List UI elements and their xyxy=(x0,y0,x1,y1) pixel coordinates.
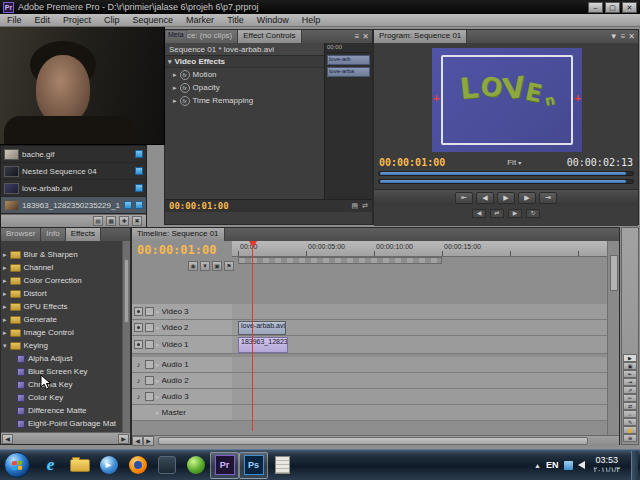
mini-clip[interactable]: love-arba xyxy=(327,67,370,77)
menu-project[interactable]: Project xyxy=(63,15,91,25)
effect-controls-mini-timeline[interactable]: 00:00 love-arb love-arba xyxy=(325,43,372,199)
tab-browser[interactable]: Browser xyxy=(1,228,41,241)
hand-tool[interactable]: ✌ xyxy=(623,426,637,434)
viewer-scroll-bar[interactable] xyxy=(378,179,634,184)
scroll-left-icon[interactable]: ◀ xyxy=(2,434,13,444)
effect-item[interactable]: Chroma Key xyxy=(1,378,122,391)
chevron-right-icon[interactable]: ▸ xyxy=(3,251,7,259)
taskbar-document-app[interactable] xyxy=(268,452,297,479)
effect-row-time-remapping[interactable]: ▸ fx Time Remapping xyxy=(165,94,324,107)
playhead-line[interactable] xyxy=(252,241,253,431)
panel-close-icon[interactable]: ✕ xyxy=(628,32,635,41)
effects-folder[interactable]: ▸Blur & Sharpen xyxy=(1,248,122,261)
track-lock-toggle[interactable] xyxy=(145,323,154,332)
marker-icon[interactable]: ▼ xyxy=(200,261,210,271)
viewer-zoom-bar[interactable] xyxy=(378,171,634,176)
slide-tool[interactable]: ⇔ xyxy=(623,410,637,418)
go-to-in-button[interactable]: ⇤ xyxy=(455,192,473,204)
language-indicator[interactable]: EN xyxy=(546,460,559,470)
track-output-toggle[interactable] xyxy=(134,323,143,332)
playhead-marker[interactable] xyxy=(249,241,257,248)
track-expand-icon[interactable]: ▸ xyxy=(156,324,160,332)
track-lane-video1[interactable] xyxy=(232,336,607,354)
track-lane-master[interactable] xyxy=(232,405,607,421)
slip-tool[interactable]: ⇄ xyxy=(623,402,637,410)
maximize-button[interactable]: ▢ xyxy=(605,2,620,13)
project-item-selected[interactable]: 183963_1282350235229_1 xyxy=(1,197,146,214)
dropdown-icon[interactable]: ▼ xyxy=(610,32,618,41)
taskbar-explorer[interactable] xyxy=(65,452,94,479)
video-effects-section[interactable]: ▾ Video Effects xyxy=(165,56,324,68)
track-output-toggle[interactable] xyxy=(134,307,143,316)
track-lane-video2[interactable] xyxy=(232,320,607,336)
fit-dropdown[interactable]: Fit ▾ xyxy=(507,158,521,167)
track-output-toggle[interactable] xyxy=(134,340,143,349)
footer-icon[interactable]: ▤ xyxy=(93,216,103,226)
tab-effects[interactable]: Effects xyxy=(66,228,101,241)
flag-icon[interactable]: ⚑ xyxy=(224,261,234,271)
taskbar-firefox[interactable] xyxy=(123,452,152,479)
project-item[interactable]: love-arbab.avi xyxy=(1,180,146,197)
play-button[interactable]: ▶ xyxy=(497,192,515,204)
effects-folder[interactable]: ▸Generate xyxy=(1,313,122,326)
track-expand-icon[interactable]: ▸ xyxy=(156,409,160,417)
tab-timeline[interactable]: Timeline: Sequence 01 xyxy=(132,228,225,241)
track-lock-toggle[interactable] xyxy=(145,340,154,349)
track-expand-icon[interactable]: ▸ xyxy=(156,377,160,385)
timeline-clip-183963[interactable]: 183963_12823 xyxy=(238,337,288,353)
minimize-button[interactable]: – xyxy=(588,2,603,13)
effect-item[interactable]: Difference Matte xyxy=(1,404,122,417)
menu-window[interactable]: Window xyxy=(257,15,289,25)
effect-row-motion[interactable]: ▸ fx Motion xyxy=(165,68,324,81)
step-forward-button[interactable]: ▶ xyxy=(518,192,536,204)
timeline-clip-love-arbab[interactable]: love-arbab.avi xyxy=(238,321,286,335)
track-select-tool[interactable]: ▣ xyxy=(623,362,637,370)
menu-marker[interactable]: Marker xyxy=(186,15,214,25)
effect-item[interactable]: Alpha Adjust xyxy=(1,352,122,365)
panel-close-icon[interactable]: ✕ xyxy=(362,32,369,41)
scroll-right-icon[interactable]: ▶ xyxy=(118,434,129,444)
track-lane-audio1[interactable] xyxy=(232,357,607,373)
effect-item[interactable]: Color Key xyxy=(1,391,122,404)
menu-title[interactable]: Title xyxy=(227,15,244,25)
effects-folder[interactable]: ▸GPU Effects xyxy=(1,300,122,313)
effects-folder[interactable]: ▸Channel xyxy=(1,261,122,274)
menu-file[interactable]: File xyxy=(7,15,22,25)
jog-right-button[interactable]: ▶ xyxy=(508,209,522,218)
selection-tool[interactable]: ▶ xyxy=(623,354,637,362)
effects-folder[interactable]: ▸Image Control xyxy=(1,326,122,339)
close-button[interactable]: ✕ xyxy=(622,2,637,13)
razor-tool[interactable]: ✂ xyxy=(623,394,637,402)
effect-item[interactable]: Eight-Point Garbage Mat xyxy=(1,417,122,430)
footer-icon[interactable]: ▦ xyxy=(106,216,116,226)
scroll-thumb[interactable] xyxy=(158,437,588,445)
new-bin-icon[interactable]: ✚ xyxy=(119,216,129,226)
rate-stretch-tool[interactable]: ⇗ xyxy=(623,386,637,394)
track-lane-audio2[interactable] xyxy=(232,373,607,389)
chevron-right-icon[interactable]: ▸ xyxy=(3,290,7,298)
taskbar-media-player[interactable]: ▶ xyxy=(94,452,123,479)
panel-menu-icon[interactable]: ≡ xyxy=(621,32,626,41)
volume-icon[interactable] xyxy=(578,461,585,469)
taskbar-app[interactable] xyxy=(152,452,181,479)
chevron-right-icon[interactable]: ▸ xyxy=(3,329,7,337)
chevron-right-icon[interactable]: ▸ xyxy=(173,97,177,105)
delete-icon[interactable]: ✖ xyxy=(132,216,142,226)
speaker-icon[interactable]: ♪ xyxy=(134,361,143,368)
track-lock-toggle[interactable] xyxy=(145,307,154,316)
chevron-down-icon[interactable]: ▾ xyxy=(3,342,7,350)
chevron-right-icon[interactable]: ▸ xyxy=(173,71,177,79)
step-back-button[interactable]: ◀ xyxy=(476,192,494,204)
footer-icon[interactable]: ▤ xyxy=(352,202,359,210)
tray-expand-icon[interactable]: ▲ xyxy=(534,462,541,469)
jog-left-button[interactable]: ◀ xyxy=(472,209,486,218)
ripple-edit-tool[interactable]: ⇤ xyxy=(623,370,637,378)
tab-program[interactable]: Program: Sequence 01 xyxy=(374,30,467,43)
menu-clip[interactable]: Clip xyxy=(104,15,120,25)
transform-handle-right[interactable]: + xyxy=(575,92,581,104)
loop-button[interactable]: ↻ xyxy=(526,209,540,218)
effect-controls-timecode[interactable]: 00:00:01:00 xyxy=(169,201,229,211)
transform-handle-left[interactable]: + xyxy=(433,92,439,104)
taskbar-media-app[interactable] xyxy=(181,452,210,479)
shuttle-control[interactable]: ⇄ xyxy=(490,209,504,218)
